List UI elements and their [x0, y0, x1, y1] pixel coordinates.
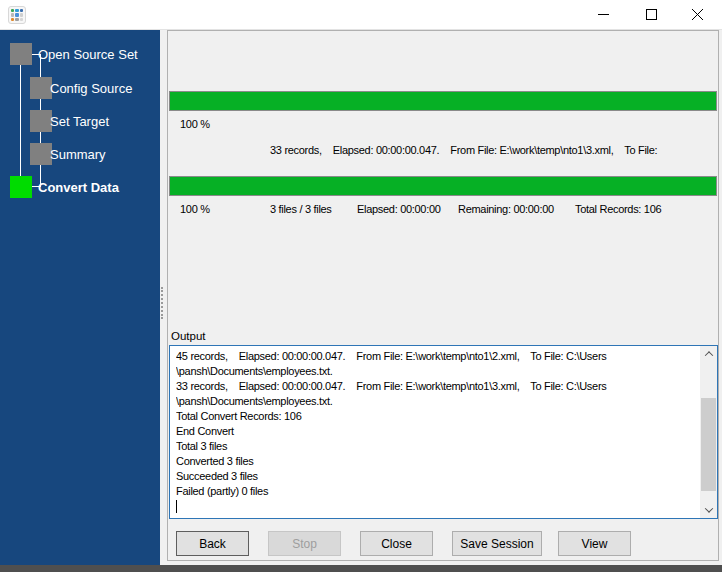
sidebar-item-open-source-set[interactable]: Open Source Set [38, 47, 138, 62]
connector-line [40, 132, 41, 143]
minimize-button[interactable] [587, 2, 619, 28]
total-progress-bar [169, 176, 717, 196]
sidebar-item-set-target[interactable]: Set Target [50, 114, 109, 129]
file-progress-fill [170, 92, 716, 110]
output-line: End Convert [176, 424, 697, 439]
stop-button[interactable]: Stop [268, 531, 341, 556]
total-elapsed: Elapsed: 00:00:00 [357, 203, 441, 215]
file-progress-percent: 100 % [180, 118, 210, 130]
save-session-button[interactable]: Save Session [452, 531, 542, 556]
output-line: Total 3 files [176, 439, 697, 454]
step-marker-summary [30, 143, 52, 165]
step-marker-config-source [30, 77, 52, 99]
maximize-icon [646, 6, 657, 24]
output-line: Succeeded 3 files [176, 469, 697, 484]
step-marker-open-source-set [10, 43, 32, 65]
scrollbar-thumb[interactable] [701, 398, 716, 491]
output-line: \pansh\Documents\employees.txt. [176, 394, 697, 409]
output-line: 33 records, Elapsed: 00:00:00.047. From … [176, 379, 697, 394]
output-line: \pansh\Documents\employees.txt. [176, 364, 697, 379]
scroll-up-button[interactable] [700, 346, 717, 362]
file-progress-bar [169, 91, 717, 111]
total-remaining: Remaining: 00:00:00 [458, 203, 554, 215]
step-marker-set-target [30, 110, 52, 132]
step-marker-convert-data [10, 176, 32, 198]
app-window: Open Source Set Config Source Set Target… [0, 0, 722, 572]
file-status-line-1: 33 records, Elapsed: 00:00:00.047. From … [270, 142, 657, 158]
view-button[interactable]: View [558, 531, 631, 556]
total-progress-percent: 100 % [180, 203, 210, 215]
sidebar-item-convert-data[interactable]: Convert Data [38, 180, 119, 195]
minimize-icon [598, 6, 609, 24]
chevron-up-icon [704, 351, 712, 359]
connector-line [40, 99, 41, 110]
close-icon [692, 6, 703, 24]
app-icon [8, 6, 26, 24]
output-scrollbar[interactable] [700, 346, 717, 518]
splitter-handle[interactable] [161, 287, 163, 319]
output-textarea[interactable]: 45 records, Elapsed: 00:00:00.047. From … [169, 345, 718, 519]
scroll-down-button[interactable] [700, 502, 717, 518]
output-line: Total Convert Records: 106 [176, 409, 697, 424]
total-progress-fill [170, 177, 716, 195]
text-caret [176, 500, 177, 513]
wizard-sidebar: Open Source Set Config Source Set Target… [0, 30, 160, 566]
output-line: Converted 3 files [176, 454, 697, 469]
back-button[interactable]: Back [176, 531, 249, 556]
sidebar-item-summary[interactable]: Summary [50, 147, 106, 162]
connector-line [20, 65, 21, 176]
output-log: 45 records, Elapsed: 00:00:00.047. From … [176, 349, 697, 513]
titlebar [0, 0, 722, 30]
sidebar-item-config-source[interactable]: Config Source [50, 81, 132, 96]
total-files-count: 3 files / 3 files [270, 203, 332, 215]
maximize-button[interactable] [635, 2, 667, 28]
chevron-down-icon [704, 504, 712, 512]
total-records: Total Records: 106 [575, 203, 661, 215]
close-dialog-button[interactable]: Close [360, 531, 433, 556]
close-button[interactable] [681, 2, 713, 28]
output-label: Output [171, 330, 206, 342]
window-bottom-edge [0, 565, 722, 572]
output-line: Failed (partly) 0 files [176, 484, 697, 499]
output-line: 45 records, Elapsed: 00:00:00.047. From … [176, 349, 697, 364]
